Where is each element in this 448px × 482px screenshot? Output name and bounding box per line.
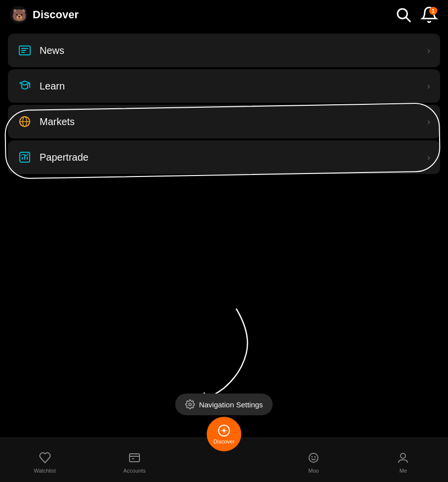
moo-icon (307, 451, 320, 465)
app-header: 🐻 Discover 1 1 (0, 0, 448, 30)
menu-item-learn-left: Learn (18, 79, 65, 93)
nav-item-watchlist[interactable]: Watchlist (0, 447, 90, 474)
svg-line-3 (406, 17, 410, 21)
svg-rect-19 (130, 454, 139, 462)
svg-point-25 (312, 456, 313, 457)
page-title: Discover (33, 8, 79, 21)
menu-item-markets[interactable]: Markets › (8, 105, 440, 138)
me-label: Me (400, 468, 407, 474)
notification-badge: 1 (429, 7, 437, 15)
menu-item-news[interactable]: News › (8, 34, 440, 67)
moo-label: Moo (309, 468, 319, 474)
menu-container: News › Learn › (0, 30, 448, 178)
svg-point-26 (314, 456, 316, 457)
bottom-nav: Watchlist Accounts (0, 438, 448, 482)
accounts-label: Accounts (123, 468, 145, 474)
watchlist-icon (38, 451, 52, 465)
learn-icon (18, 79, 32, 93)
svg-text:🐻: 🐻 (12, 8, 27, 22)
menu-item-markets-left: Markets (18, 115, 75, 129)
nav-settings-label: Navigation Settings (199, 400, 263, 409)
menu-item-news-label: News (40, 45, 64, 56)
nav-item-accounts[interactable]: Accounts (90, 447, 179, 474)
nav-item-me[interactable]: Me (358, 447, 448, 474)
notification-button[interactable]: 1 1 (420, 6, 438, 24)
header-left: 🐻 Discover (10, 6, 79, 24)
svg-point-24 (309, 453, 318, 462)
svg-point-23 (223, 430, 225, 432)
nav-item-moo[interactable]: Moo (269, 447, 358, 474)
accounts-icon (128, 451, 141, 465)
papertrade-icon (18, 150, 32, 164)
menu-item-papertrade[interactable]: Papertrade › (8, 140, 440, 174)
gear-icon-popup (185, 399, 195, 409)
watchlist-label: Watchlist (34, 468, 55, 474)
learn-chevron: › (427, 81, 430, 91)
discover-icon (217, 424, 231, 438)
news-chevron: › (427, 45, 430, 56)
me-icon (396, 451, 410, 465)
search-button[interactable] (395, 6, 412, 24)
annotation-arrow (187, 304, 261, 403)
menu-item-learn-label: Learn (40, 81, 65, 92)
app-logo: 🐻 (10, 6, 28, 24)
menu-item-learn[interactable]: Learn › (8, 69, 440, 103)
papertrade-chevron: › (427, 152, 430, 163)
menu-item-news-left: News (18, 44, 64, 57)
nav-settings-popup[interactable]: Navigation Settings (175, 394, 272, 415)
header-right: 1 1 (395, 6, 438, 24)
nav-item-discover[interactable]: Discover (207, 417, 241, 451)
menu-item-papertrade-label: Papertrade (40, 152, 89, 163)
menu-item-papertrade-left: Papertrade (18, 150, 89, 164)
news-icon (18, 44, 32, 57)
markets-chevron: › (427, 117, 430, 127)
discover-label: Discover (214, 438, 235, 444)
menu-item-markets-label: Markets (40, 116, 75, 128)
markets-icon (18, 115, 32, 129)
svg-point-18 (189, 403, 191, 406)
svg-point-27 (401, 453, 405, 458)
